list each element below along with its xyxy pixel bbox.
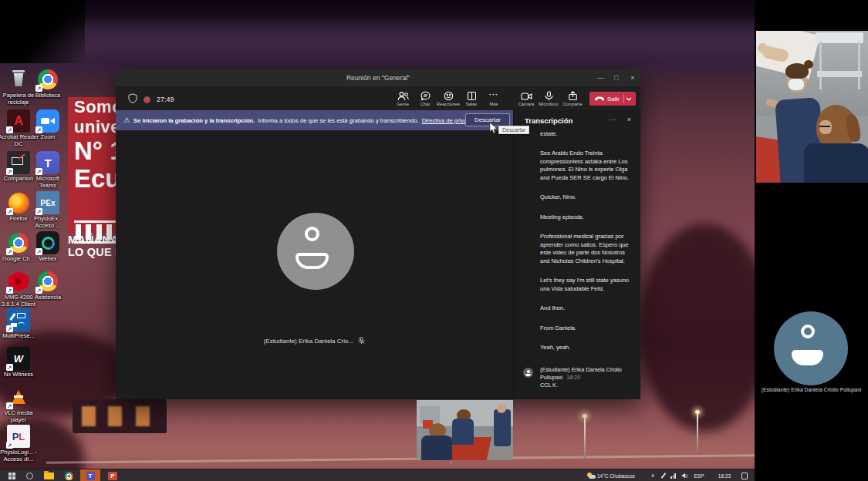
wallpaper-lit-building	[73, 399, 167, 433]
taskbar-chrome[interactable]	[62, 469, 76, 481]
desktop-icon-vlc[interactable]: ↗ VLC media player	[1, 385, 36, 423]
desktop-icon-asistencia[interactable]: ↗ Asistencia	[30, 270, 66, 301]
taskbar-teams-active[interactable]: T	[80, 469, 100, 481]
more-dots-icon: ···	[489, 91, 498, 101]
transcription-close-icon[interactable]: ×	[627, 116, 631, 123]
dismiss-button[interactable]: Descartar	[465, 113, 510, 126]
desktop-icon-zoom[interactable]: ↗ Zoom	[30, 109, 66, 141]
desktop-icon-label: Webex	[27, 256, 69, 263]
taskbar-file-explorer[interactable]	[42, 469, 56, 481]
close-button[interactable]: ×	[625, 69, 640, 86]
teams-icon: T	[86, 472, 95, 480]
window-titlebar[interactable]: Reunión en "General" — □ ×	[116, 69, 640, 86]
chrome-icon: ↗	[7, 231, 30, 254]
people-button[interactable]: Gente	[391, 89, 414, 109]
transcription-more-icon[interactable]: ···	[609, 116, 616, 123]
wallpaper-trees	[639, 224, 755, 432]
rooms-button[interactable]: Salas	[460, 89, 483, 109]
desktop-icon-physiologic[interactable]: PL↗ PhysioLogi... - Acceso di...	[1, 425, 36, 462]
language-indicator[interactable]: ESP	[691, 469, 707, 481]
chrome-icon: ↗	[36, 270, 59, 293]
firefox-icon: ↗	[7, 191, 30, 214]
nx-witness-icon: W↗	[7, 347, 30, 370]
chrome-icon	[65, 472, 73, 480]
ivms-icon: ↗	[7, 270, 30, 293]
teams-meeting-window: Reunión en "General" — □ × 27:49 Gente C…	[116, 69, 640, 399]
microphone-icon	[545, 91, 553, 101]
search-button[interactable]	[23, 469, 35, 481]
network-icon[interactable]	[668, 469, 679, 481]
participant-name: (Estudiante) Erika Daniela Crio...	[116, 337, 513, 345]
minimize-button[interactable]: —	[593, 69, 608, 86]
share-button[interactable]: Comparte	[561, 89, 584, 109]
powerpoint-icon: P	[108, 472, 117, 480]
desktop-icon-label: VLC media player	[0, 410, 39, 423]
screen: Somos unive N° 1 Ecu MAÑANA ES LO QUE HA…	[0, 0, 868, 481]
multipresenter-icon: ↗	[7, 308, 30, 331]
speaker-text: CCL K.	[540, 382, 558, 388]
chrome-icon: ↗	[36, 68, 59, 91]
desktop-icon-webex[interactable]: ↗ Webex	[30, 231, 66, 263]
start-button[interactable]	[5, 469, 19, 481]
desktop-icon-label: MultiPrese...	[0, 333, 39, 340]
wallpaper-lamp-post	[697, 412, 698, 452]
physioex-icon: PEx↗	[36, 191, 59, 214]
mic-muted-icon	[358, 337, 365, 345]
transcript-entry: Quicker, Nino.	[540, 193, 634, 202]
people-icon	[397, 91, 409, 101]
speaker-name: (Estudiante) Erika Daniela Criollo Pullu…	[540, 366, 622, 381]
chat-button[interactable]: Chat	[414, 89, 437, 109]
desktop-icon-label: Microsoft Teams	[27, 176, 69, 189]
transcript-entry: Yeah, yeah.	[540, 344, 634, 352]
wallpaper-lamp-post	[584, 416, 586, 459]
meeting-toolbar: 27:49 Gente Chat Reacciones Salas ··· Má…	[116, 86, 640, 110]
desktop-icon-teams[interactable]: T↗ Microsoft Teams	[30, 151, 66, 189]
window-title: Reunión en "General"	[116, 69, 640, 86]
notification-center-icon[interactable]	[739, 469, 750, 481]
weather-icon[interactable]	[585, 469, 597, 481]
leave-options-chevron-icon[interactable]	[624, 97, 633, 101]
microphone-button[interactable]: Micrófono	[537, 89, 560, 109]
camera-video-tile[interactable]	[417, 400, 513, 460]
shield-icon[interactable]	[128, 92, 137, 106]
rooms-icon	[467, 91, 477, 101]
desktop-icon-physioex[interactable]: PEx↗ PhysioEx - Acceso ...	[30, 191, 66, 229]
warning-icon: ⚠	[123, 116, 130, 124]
zoom-icon: ↗	[36, 109, 59, 133]
tray-pen-icon[interactable]	[659, 469, 668, 481]
wallpaper-dark-corner	[0, 0, 85, 63]
wallpaper-path-line	[46, 454, 755, 464]
desktop-icon-multipresenter[interactable]: ↗ MultiPrese...	[1, 308, 36, 340]
folder-icon	[44, 473, 54, 479]
taskbar-weather-text[interactable]: 14°C Chubascos	[597, 469, 648, 481]
transcript-entry: Let's they say I'm still state yasuno un…	[540, 277, 634, 293]
physiologic-icon: PL↗	[7, 425, 30, 448]
participant-avatar	[774, 311, 848, 385]
tray-chevron-icon[interactable]: ∧	[648, 469, 657, 481]
clock[interactable]: 18:23	[713, 469, 736, 481]
share-icon	[568, 91, 578, 101]
camera-button[interactable]: Cámara	[515, 89, 538, 109]
volume-icon[interactable]: ))	[679, 469, 690, 481]
leave-button[interactable]: Salir	[589, 92, 636, 106]
chat-icon	[420, 91, 431, 101]
taskbar-powerpoint[interactable]: P	[105, 469, 120, 481]
more-button[interactable]: ··· Más	[482, 89, 505, 109]
search-icon	[26, 473, 33, 479]
transcript-entry: From Daniela.	[540, 325, 634, 333]
desktop-icon-nx-witness[interactable]: W↗ Nx Witness	[1, 347, 36, 378]
meeting-timer: 27:49	[157, 96, 174, 103]
taskbar: T P 14°C Chubascos ∧ )) ESP 18:23	[0, 469, 755, 481]
desktop-icon-label: PhysioLogi... - Acceso di...	[0, 449, 39, 462]
companion-icon: ↗	[7, 151, 30, 174]
desktop-icon-biblioteca[interactable]: ↗ Biblioteca	[30, 68, 66, 99]
desktop-icon-label: PhysioEx - Acceso ...	[27, 216, 69, 229]
maximize-button[interactable]: □	[609, 69, 624, 86]
desktop-icon-label: Nx Witness	[0, 372, 39, 378]
transcript-entries: They luego dose pulmater siente estate. …	[540, 130, 634, 363]
fullscreen-participant-view: (Estudiante) Erika Daniela Criollo Pullu…	[755, 0, 868, 481]
dismiss-tooltip: Descartar	[498, 126, 529, 134]
speaker-avatar-icon	[523, 368, 533, 378]
meeting-stage: (Estudiante) Erika Daniela Crio...	[116, 130, 513, 399]
reactions-button[interactable]: Reacciones	[437, 89, 460, 109]
